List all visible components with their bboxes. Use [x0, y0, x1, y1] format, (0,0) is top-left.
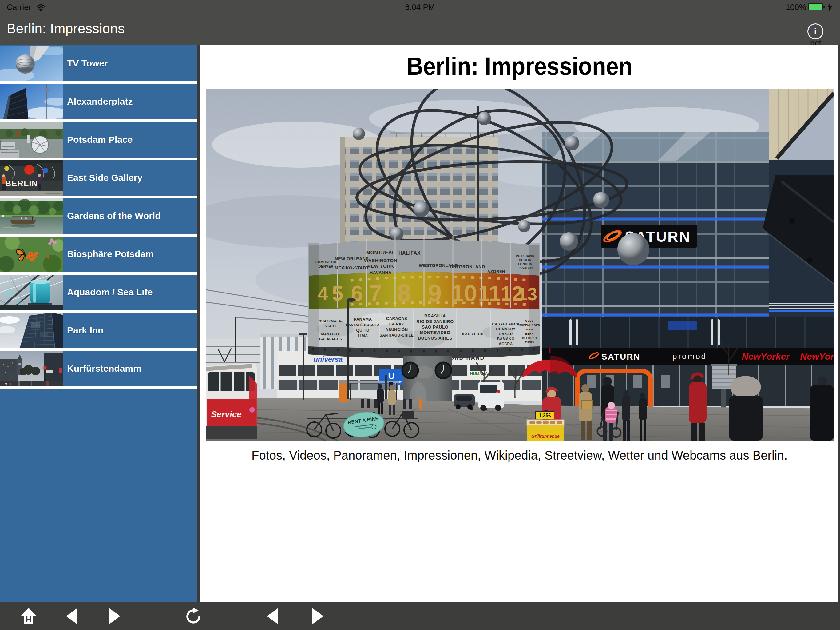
svg-text:HAVANNA: HAVANNA: [369, 270, 392, 275]
content-caption: Fotos, Videos, Panoramen, Impressionen, …: [201, 448, 838, 462]
svg-text:H: H: [26, 615, 32, 624]
potsdam-place-photo: [0, 122, 63, 157]
humana-sign: HUMANA: [470, 371, 488, 376]
park-inn-photo: [0, 313, 63, 348]
svg-text:TUNIS: TUNIS: [525, 341, 534, 344]
svg-text:10: 10: [451, 280, 477, 306]
svg-text:DENVER: DENVER: [319, 264, 333, 268]
forward-icon: [313, 608, 324, 624]
forward-button[interactable]: [106, 602, 123, 630]
svg-text:WASHINGTON: WASHINGTON: [364, 258, 397, 263]
svg-text:MEXIKO-STADT: MEXIKO-STADT: [335, 266, 369, 271]
svg-text:MONTREAL: MONTREAL: [366, 250, 395, 255]
sidebar-item-label: Kurfürstendamm: [67, 363, 141, 374]
svg-text:SÃO PAULO: SÃO PAULO: [422, 324, 448, 329]
sidebar-item-label: Aquadom / Sea Life: [67, 287, 153, 298]
svg-text:7: 7: [369, 280, 382, 306]
back-icon: [267, 608, 278, 624]
saturn-main-sign: SATURN: [601, 225, 697, 248]
sidebar-item-aquadom-sea-life[interactable]: Aquadom / Sea Life: [0, 274, 197, 310]
svg-text:11: 11: [478, 282, 501, 306]
separator: [0, 272, 197, 275]
separator: [0, 81, 197, 84]
sidebar-item-alexanderplatz[interactable]: Alexanderplatz: [0, 84, 197, 119]
home-button[interactable]: H: [20, 602, 37, 630]
svg-text:NEW ORLEANS: NEW ORLEANS: [335, 256, 369, 261]
svg-text:BAMAKO: BAMAKO: [497, 337, 515, 341]
grillrunner-text: Grillrunner.de: [531, 434, 560, 438]
svg-text:LISSABON: LISSABON: [516, 266, 534, 270]
separator: [0, 196, 197, 198]
sidebar-item-label: Biosphäre Potsdam: [67, 249, 154, 259]
svg-text:DAKAR: DAKAR: [499, 332, 513, 336]
svg-text:DUBLIN: DUBLIN: [519, 258, 532, 262]
svg-text:EDMONTON: EDMONTON: [316, 260, 336, 264]
sidebar: TV Tower Alexanderplatz: [0, 45, 197, 602]
forward-icon: [109, 608, 120, 624]
white-van: [478, 382, 504, 411]
sidebar-item-biosphaere-potsdam[interactable]: Biosphäre Potsdam: [0, 236, 197, 272]
sidebar-item-gardens-of-the-world[interactable]: Gardens of the World: [0, 198, 197, 234]
forward-button-2[interactable]: [309, 602, 327, 630]
svg-text:ASUNCIÓN: ASUNCIÓN: [385, 327, 408, 332]
alexanderplatz-world-clock-photo: universa SECOND-HAND HUMANA U Alexanderp…: [206, 89, 834, 441]
svg-text:9: 9: [428, 279, 442, 307]
photo-scene: universa SECOND-HAND HUMANA U Alexanderp…: [206, 89, 834, 441]
svg-text:SATURN: SATURN: [602, 352, 641, 361]
info-button[interactable]: i: [807, 24, 823, 40]
svg-text:RIO DE JANEIRO: RIO DE JANEIRO: [416, 319, 453, 324]
sidebar-item-east-side-gallery[interactable]: BERLIN East Side Gallery: [0, 160, 197, 196]
sidebar-item-park-inn[interactable]: Park Inn: [0, 313, 197, 348]
separator: [0, 348, 197, 351]
header-bar: Carrier 6:04 PM 100% Berlin: Impressions…: [0, 0, 840, 45]
status-time: 6:04 PM: [405, 2, 435, 12]
reload-icon: [185, 608, 202, 625]
tv-tower-photo: [0, 46, 63, 81]
svg-text:MONTEVIDEO: MONTEVIDEO: [420, 330, 450, 335]
separator: [0, 310, 197, 313]
east-side-gallery-photo: BERLIN: [0, 160, 63, 196]
back-button[interactable]: [63, 602, 80, 630]
svg-text:STADT: STADT: [325, 324, 336, 328]
alexanderplatz-photo: [0, 84, 63, 119]
svg-text:BELGRAD: BELGRAD: [522, 337, 537, 340]
sidebar-item-label: Potsdam Place: [67, 135, 133, 145]
svg-text:KAP VERDE: KAP VERDE: [462, 332, 485, 336]
svg-text:U: U: [388, 371, 395, 381]
svg-text:AZOREN: AZOREN: [487, 269, 505, 274]
svg-text:KOPENHAGEN: KOPENHAGEN: [519, 324, 540, 327]
back-button-2[interactable]: [264, 602, 281, 630]
sidebar-item-label: TV Tower: [67, 58, 108, 69]
content-heading: Berlin: Impressionen: [201, 52, 838, 81]
separator: [0, 234, 197, 237]
svg-text:WIEN: WIEN: [526, 328, 534, 331]
svg-text:SANTIAGO-CHILE: SANTIAGO-CHILE: [380, 333, 414, 337]
reload-button[interactable]: [185, 602, 202, 630]
info-icon: i: [814, 25, 817, 36]
battery-percent: 100%: [786, 2, 807, 12]
kurfuerstendamm-photo: [0, 351, 63, 386]
svg-text:PANAMA: PANAMA: [354, 317, 372, 321]
sidebar-item-label: Gardens of the World: [67, 211, 161, 221]
sidebar-item-potsdam-place[interactable]: Potsdam Place: [0, 122, 197, 157]
universa-sign: universa: [314, 355, 343, 363]
svg-text:GALÁPAGOS: GALÁPAGOS: [319, 337, 342, 341]
graffiti-berlin-text: BERLIN: [5, 179, 38, 188]
sidebar-item-label: East Side Gallery: [67, 173, 142, 183]
new-yorker-sign: NewYorker: [742, 351, 790, 361]
svg-text:MANAGUA: MANAGUA: [321, 332, 340, 336]
svg-text:CARACAS: CARACAS: [386, 316, 407, 321]
sidebar-item-kurfuerstendamm[interactable]: Kurfürstendamm: [0, 351, 197, 386]
back-icon: [66, 608, 77, 624]
page-title: Berlin: Impressions: [7, 21, 125, 36]
wifi-icon: [36, 4, 46, 11]
sidebar-item-tv-tower[interactable]: TV Tower: [0, 46, 197, 81]
svg-text:QUITO: QUITO: [356, 328, 369, 332]
svg-text:6: 6: [351, 282, 363, 306]
saturn-building: SATURN SATURN promod NewYorker NewYorker: [542, 89, 834, 416]
svg-text:SANTAFÉ-BOGOTÁ: SANTAFÉ-BOGOTÁ: [346, 323, 380, 327]
svg-text:HALIFAX: HALIFAX: [398, 250, 421, 256]
svg-text:8: 8: [397, 279, 411, 307]
sidebar-content-divider: [197, 45, 201, 602]
gardens-of-the-world-photo: [0, 198, 63, 234]
